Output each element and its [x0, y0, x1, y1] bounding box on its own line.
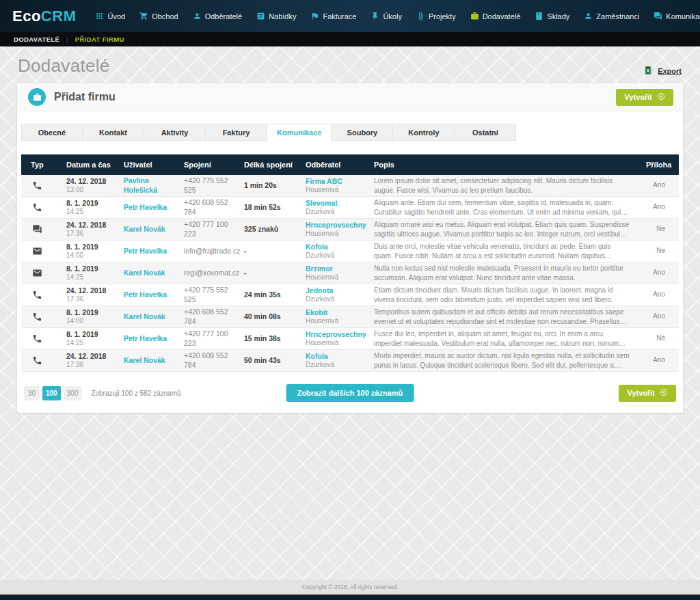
row-customer: JednotaDzurková [299, 286, 367, 304]
page-size-100[interactable]: 100 [42, 386, 61, 400]
create-button-top[interactable]: Vytvořit [616, 89, 673, 106]
export-link[interactable]: X Export [645, 66, 682, 77]
row-customer: EkobitHouserová [299, 308, 367, 326]
nav-item-nabidky[interactable]: Nabídky [256, 12, 296, 21]
logo-text-primary: Eco [12, 8, 41, 25]
table-row[interactable]: 24. 12. 201817:36 Karel Novák +420 777 1… [21, 219, 679, 241]
user-link[interactable]: Petr Havelka [124, 247, 167, 255]
col-header-spojeni[interactable]: Spojení [177, 161, 237, 169]
table-row[interactable]: 8. 1. 201914:25 Petr Havelka +420 608 55… [21, 197, 679, 219]
col-header-datum-a-cas[interactable]: Datum a čas [59, 161, 117, 169]
row-attachment: Ne [639, 334, 679, 343]
table-row[interactable]: 24. 12. 201817:36 Karel Novák +420 608 5… [21, 350, 679, 372]
nav-item-ukoly[interactable]: Úkoly [371, 12, 402, 21]
nav-item-odberatele[interactable]: Odběratelé [193, 12, 242, 21]
col-header-popis[interactable]: Popis [367, 161, 639, 169]
customer-link[interactable]: Brzimor [306, 264, 333, 273]
row-user: Karel Novák [117, 225, 177, 234]
chat-icon [654, 12, 662, 21]
breadcrumb-item-dodavatele[interactable]: DODAVATELÉ [14, 36, 59, 43]
table-row[interactable]: 8. 1. 201914:00 Petr Havelka info@frajtt… [21, 241, 679, 262]
tab-bar: Obecné Kontakt Aktivity Faktury Komunika… [21, 124, 679, 141]
tab-soubory[interactable]: Soubory [332, 124, 393, 141]
row-datetime: 8. 1. 201914:25 [59, 264, 117, 282]
grid-icon [95, 12, 104, 21]
load-more-button[interactable]: Zobrazit dalších 100 záznamů [286, 384, 414, 402]
tab-kontroly[interactable]: Kontroly [393, 124, 455, 141]
row-datetime: 24. 12. 201813:00 [59, 177, 117, 195]
row-attachment: Ano [639, 181, 679, 190]
create-button-bottom[interactable]: Vytvořit [619, 385, 676, 402]
excel-icon: X [645, 66, 654, 77]
customer-link[interactable]: Kofola [306, 243, 328, 251]
row-datetime: 8. 1. 201914:00 [59, 308, 117, 326]
plus-circle-icon [660, 388, 668, 398]
row-datetime: 8. 1. 201914:25 [59, 199, 117, 217]
table-row[interactable]: 24. 12. 201813:00 Pavlína Holešická +420… [21, 175, 679, 197]
add-company-card: Přidat firmu Vytvořit Obecné Kontakt Akt… [17, 83, 683, 413]
row-length: - [237, 247, 299, 256]
create-button-bottom-label: Vytvořit [627, 389, 655, 397]
row-user: Pavlína Holešická [117, 176, 177, 194]
user-link[interactable]: Petr Havelka [124, 334, 167, 342]
row-user: Petr Havelka [117, 334, 177, 343]
row-datetime: 24. 12. 201817:36 [59, 286, 117, 304]
customer-link[interactable]: Slevomat [306, 199, 338, 207]
row-customer: KofolaDzurková [299, 243, 367, 260]
tab-aktivity[interactable]: Aktivity [144, 124, 206, 141]
col-header-delka-spojeni[interactable]: Délká spojení [237, 161, 299, 169]
col-header-odberatel[interactable]: Odběratel [299, 161, 367, 169]
row-customer: Firma ABCHouserová [299, 177, 367, 195]
row-datetime: 24. 12. 201817:36 [59, 352, 117, 370]
tab-faktury[interactable]: Faktury [206, 124, 267, 141]
row-customer: HrnceprovsechnyHouserová [299, 330, 367, 348]
user-link[interactable]: Karel Novák [124, 225, 165, 233]
user-link[interactable]: Pavlína Holešická [124, 176, 157, 193]
nav-item-obchod[interactable]: Obchod [139, 12, 178, 21]
page-size-30[interactable]: 30 [24, 386, 40, 400]
user-link[interactable]: Petr Havelka [124, 203, 167, 211]
site-footer: Copyright © 2018, All rights reserved. [0, 579, 700, 595]
user-link[interactable]: Karel Novák [124, 312, 165, 321]
nav-item-uvod[interactable]: Úvod [95, 12, 125, 21]
table-row[interactable]: 24. 12. 201817:36 Petr Havelka +420 775 … [21, 284, 679, 306]
app-logo[interactable]: EcoCRM [12, 8, 76, 25]
customer-link[interactable]: Firma ABC [306, 177, 342, 185]
nav-item-komunikace[interactable]: Komunikace [654, 12, 700, 21]
nav-item-projekty[interactable]: Projekty [416, 12, 456, 21]
customer-link[interactable]: Ekobit [306, 308, 327, 316]
customer-link[interactable]: Hrnceprovsechny [306, 330, 366, 338]
pin-icon [371, 12, 379, 21]
tab-komunikace[interactable]: Komunikace [267, 124, 332, 141]
nav-item-zamestnanci[interactable]: Zaměstnanci [584, 12, 639, 21]
nav-item-sklady[interactable]: Sklady [535, 12, 569, 21]
table-row[interactable]: 8. 1. 201914:00 Karel Novák +420 608 552… [21, 306, 679, 328]
tab-kontakt[interactable]: Kontakt [83, 124, 144, 141]
customer-link[interactable]: Hrnceprovsechny [306, 221, 366, 229]
row-attachment: Ano [639, 203, 679, 212]
user-link[interactable]: Karel Novák [124, 269, 165, 277]
col-header-priloha[interactable]: Příloha [639, 161, 679, 169]
communications-table: TypDatum a časUživatelSpojeníDélká spoje… [21, 154, 679, 372]
customer-link[interactable]: Jednota [306, 286, 333, 295]
user-link[interactable]: Petr Havelka [124, 290, 167, 299]
nav-item-fakturace[interactable]: Fakturace [310, 12, 356, 21]
row-description: Morbi imperdiet, mauris ac auctor dictum… [367, 351, 639, 370]
customer-contact: Houserová [306, 317, 367, 326]
page-size-300[interactable]: 300 [64, 386, 82, 400]
customer-contact: Dzurková [306, 208, 367, 217]
phone-icon [21, 290, 59, 300]
flag-icon [310, 12, 319, 21]
panel-header: Přidat firmu Vytvořit [17, 83, 683, 111]
user-link[interactable]: Karel Novák [124, 356, 165, 364]
breadcrumb-item-pridat-firmu[interactable]: PŘIDAT FIRMU [75, 36, 124, 43]
col-header-typ[interactable]: Typ [21, 161, 59, 169]
customer-link[interactable]: Kofola [306, 352, 328, 360]
tab-ostatni[interactable]: Ostatní [455, 124, 516, 141]
bottom-bar [0, 595, 700, 600]
tab-obecne[interactable]: Obecné [21, 124, 83, 141]
nav-item-dodavatele[interactable]: Dodavatelé [470, 12, 521, 21]
table-row[interactable]: 8. 1. 201914:25 Karel Novák regi@kovomat… [21, 262, 679, 284]
table-row[interactable]: 8. 1. 201914:25 Petr Havelka +420 777 10… [21, 328, 679, 350]
col-header-uzivatel[interactable]: Uživatel [117, 161, 177, 169]
